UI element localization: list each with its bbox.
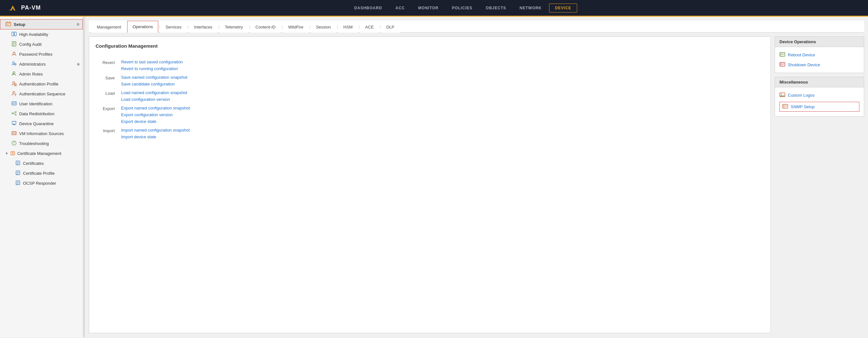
link-snmp-setup[interactable]: SNMP Setup xyxy=(779,102,859,112)
tab-services[interactable]: Services xyxy=(160,21,187,33)
sidebar-label-ocsp-responder: OCSP Responder xyxy=(23,181,56,186)
data-redistribution-icon xyxy=(11,111,17,117)
config-label-revert: Revert xyxy=(96,59,121,65)
svg-point-52 xyxy=(12,152,13,153)
config-label-save: Save xyxy=(96,75,121,80)
svg-rect-9 xyxy=(14,32,16,36)
config-links-save: Save named configuration snapshot Save c… xyxy=(121,75,187,86)
svg-rect-71 xyxy=(780,62,785,66)
sidebar-item-certificates[interactable]: Certificates xyxy=(0,159,83,168)
tab-wildfire[interactable]: WildFire xyxy=(283,21,309,33)
sidebar-item-data-redistribution[interactable]: Data Redistribution xyxy=(0,109,83,119)
nav-network[interactable]: NETWORK xyxy=(514,3,548,12)
nav-acc[interactable]: ACC xyxy=(390,3,411,12)
miscellaneous-panel: Miscellaneous Custom Logos xyxy=(775,77,864,116)
sidebar-label-user-identification: User Identification xyxy=(19,102,53,106)
logo-area: PA-VM xyxy=(0,3,58,13)
reboot-device-label: Reboot Device xyxy=(788,53,815,57)
miscellaneous-header: Miscellaneous xyxy=(775,77,864,87)
sidebar-item-certificate-profile[interactable]: Certificate Profile xyxy=(0,168,83,178)
link-revert-running[interactable]: Revert to running configuration xyxy=(121,66,183,71)
svg-point-81 xyxy=(783,106,784,106)
sidebar-item-admin-roles[interactable]: Admin Roles xyxy=(0,69,83,79)
sidebar-label-certificates: Certificates xyxy=(23,161,44,166)
sidebar-item-authentication-sequence[interactable]: Authentication Sequence xyxy=(0,89,83,99)
sidebar-item-administrators[interactable]: Administrators xyxy=(0,59,83,69)
link-reboot-device[interactable]: Reboot Device xyxy=(779,52,859,58)
nav-device[interactable]: DEVICE xyxy=(549,3,578,12)
pa-vm-logo-icon xyxy=(8,3,18,13)
link-custom-logos[interactable]: Custom Logos xyxy=(779,92,859,98)
sidebar-item-user-identification[interactable]: User Identification xyxy=(0,99,83,109)
main-layout: Setup High Availability xyxy=(0,17,868,337)
svg-rect-79 xyxy=(783,104,788,108)
tab-content-id[interactable]: Content-ID xyxy=(250,21,281,33)
sidebar-item-config-audit[interactable]: Config Audit xyxy=(0,39,83,49)
link-import-named[interactable]: Import named configuration snapshot xyxy=(121,128,190,133)
sidebar-item-vm-information-sources[interactable]: VM Information Sources xyxy=(0,129,83,139)
tab-telemetry[interactable]: Telemetry xyxy=(220,21,248,33)
sidebar-item-setup[interactable]: Setup xyxy=(0,19,83,29)
sidebar-item-high-availability[interactable]: High Availability xyxy=(0,29,83,39)
config-row-revert: Revert Revert to last saved configuratio… xyxy=(96,58,764,73)
tabs-bar: Management Operations | Services | Inter… xyxy=(89,21,864,33)
sidebar-item-troubleshooting[interactable]: Troubleshooting xyxy=(0,139,83,148)
sidebar-dot-setup xyxy=(77,23,79,26)
link-revert-last-saved[interactable]: Revert to last saved configuration xyxy=(121,59,183,64)
config-label-load: Load xyxy=(96,90,121,96)
svg-rect-47 xyxy=(14,132,16,134)
link-load-named[interactable]: Load named configuration snapshot xyxy=(121,90,187,95)
custom-logos-icon xyxy=(779,92,785,98)
config-audit-icon xyxy=(11,41,17,47)
sidebar-label-authentication-sequence: Authentication Sequence xyxy=(19,91,65,96)
nav-objects[interactable]: OBJECTS xyxy=(480,3,512,12)
svg-rect-41 xyxy=(12,121,16,124)
svg-point-15 xyxy=(13,52,16,54)
tab-operations[interactable]: Operations xyxy=(127,21,158,33)
sidebar-item-certificate-management[interactable]: ▼ Certificate Management xyxy=(0,148,83,159)
link-save-named[interactable]: Save named configuration snapshot xyxy=(121,75,187,80)
sidebar-item-authentication-profile[interactable]: Authentication Profile xyxy=(0,79,83,89)
svg-rect-66 xyxy=(780,53,785,56)
certificates-icon xyxy=(16,160,21,166)
config-links-load: Load named configuration snapshot Load c… xyxy=(121,90,187,102)
link-load-version[interactable]: Load configuration version xyxy=(121,97,187,102)
content-area: Management Operations | Services | Inter… xyxy=(85,17,868,337)
troubleshooting-icon xyxy=(11,141,17,147)
shutdown-device-label: Shutdown Device xyxy=(788,62,820,67)
sidebar-label-authentication-profile: Authentication Profile xyxy=(19,82,59,86)
tab-interfaces[interactable]: Interfaces xyxy=(189,21,218,33)
nav-policies[interactable]: POLICIES xyxy=(446,3,478,12)
high-availability-icon xyxy=(11,31,17,37)
svg-point-28 xyxy=(13,91,15,93)
sidebar: Setup High Availability xyxy=(0,17,83,337)
link-export-device-state[interactable]: Export device state xyxy=(121,119,190,124)
link-save-candidate[interactable]: Save candidate configuration xyxy=(121,82,187,86)
tab-session[interactable]: Session xyxy=(311,21,336,33)
sidebar-item-ocsp-responder[interactable]: OCSP Responder xyxy=(0,178,83,188)
authentication-profile-icon xyxy=(11,81,17,87)
svg-rect-4 xyxy=(6,22,8,23)
link-shutdown-device[interactable]: Shutdown Device xyxy=(779,61,859,68)
svg-point-50 xyxy=(14,144,14,144)
tab-dlp[interactable]: DLP xyxy=(381,21,400,33)
ocsp-responder-icon xyxy=(16,180,21,186)
tab-management[interactable]: Management xyxy=(91,21,127,33)
sidebar-item-password-profiles[interactable]: Password Profiles xyxy=(0,49,83,59)
tab-hsm[interactable]: HSM xyxy=(338,21,358,33)
authentication-sequence-icon xyxy=(11,91,17,97)
link-import-device-state[interactable]: Import device state xyxy=(121,135,190,139)
nav-dashboard[interactable]: DASHBOARD xyxy=(348,3,388,12)
sidebar-item-device-quarantine[interactable]: Device Quarantine xyxy=(0,119,83,129)
svg-point-26 xyxy=(15,84,16,85)
link-export-named[interactable]: Export named configuration snapshot xyxy=(121,106,190,110)
nav-monitor[interactable]: MONITOR xyxy=(412,3,444,12)
config-links-export: Export named configuration snapshot Expo… xyxy=(121,106,190,124)
svg-rect-3 xyxy=(6,22,11,26)
tab-ace[interactable]: ACE xyxy=(360,21,379,33)
svg-point-16 xyxy=(12,62,14,64)
svg-point-33 xyxy=(12,103,14,104)
sidebar-label-admin-roles: Admin Roles xyxy=(19,72,43,77)
link-export-version[interactable]: Export configuration version xyxy=(121,112,190,117)
svg-point-37 xyxy=(15,111,16,113)
